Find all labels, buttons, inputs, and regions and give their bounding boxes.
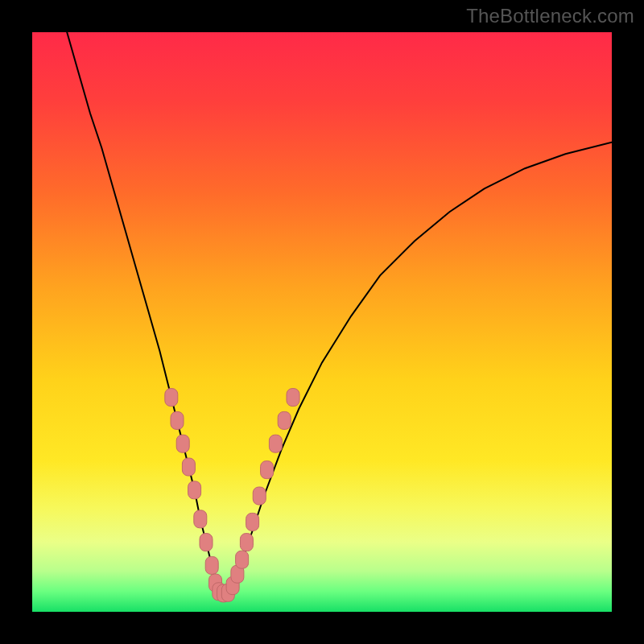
series-group	[67, 32, 612, 594]
data-marker	[278, 411, 291, 429]
curve-left-branch	[67, 32, 217, 594]
data-marker	[182, 458, 195, 476]
data-marker	[253, 487, 266, 505]
curve-right-branch	[217, 142, 612, 595]
data-marker	[205, 556, 218, 574]
data-marker	[261, 461, 274, 479]
data-marker	[200, 534, 213, 551]
data-marker	[194, 510, 207, 528]
plot-area	[32, 32, 612, 612]
data-marker	[246, 513, 259, 530]
data-marker	[287, 389, 299, 407]
data-marker	[240, 534, 253, 551]
watermark-text: TheBottleneck.com	[466, 5, 634, 27]
data-marker	[176, 435, 189, 452]
data-marker	[236, 551, 249, 568]
data-marker	[188, 481, 201, 499]
chart-layer	[32, 32, 612, 612]
data-marker	[171, 411, 184, 429]
outer-frame: TheBottleneck.com	[0, 0, 644, 644]
marker-group	[165, 389, 299, 602]
data-marker	[269, 435, 282, 452]
data-marker	[165, 389, 178, 407]
